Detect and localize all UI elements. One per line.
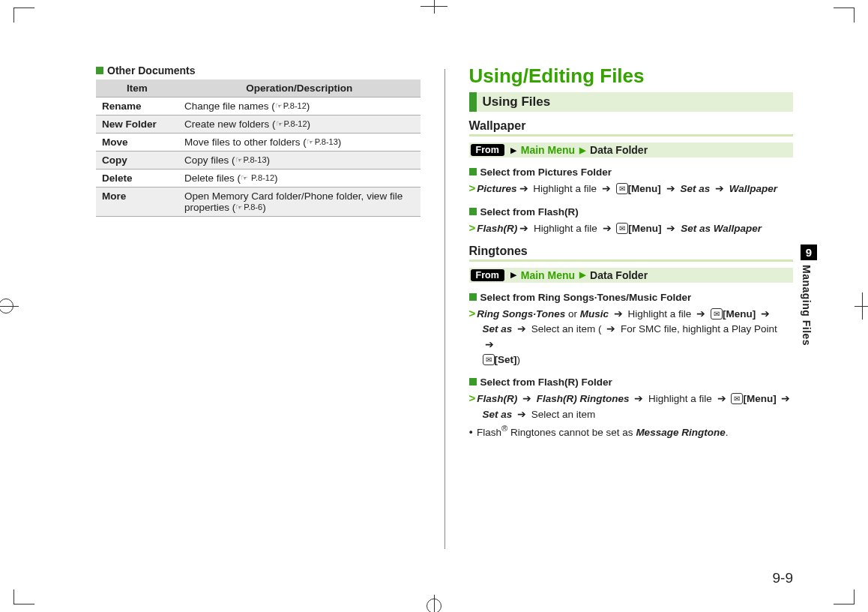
col-desc: Operation/Description — [178, 80, 421, 98]
table-row: Rename Change file names (P.8-12) — [96, 98, 421, 116]
square-bullet-icon — [96, 67, 103, 74]
crop-mark-br — [834, 590, 855, 604]
page-ref-icon: P.8-12 — [275, 101, 307, 111]
cell-desc: Create new folders (P.8-12) — [178, 116, 421, 134]
cell-desc: Copy files (P.8-13) — [178, 152, 421, 170]
instruction-block: Select from Pictures Folder >Pictures➔ H… — [469, 165, 794, 197]
column-divider — [444, 69, 445, 549]
square-bullet-icon — [469, 378, 477, 386]
right-column: Using/Editing Files Using Files Wallpape… — [469, 64, 794, 525]
from-badge: From — [471, 269, 504, 281]
table-row: Move Move files to other folders (P.8-13… — [96, 134, 421, 152]
operations-table: Item Operation/Description Rename Change… — [96, 80, 421, 217]
square-bullet-icon — [469, 293, 477, 301]
page-ref-icon: P.8-12 — [276, 119, 307, 129]
section-band: Using Files — [469, 92, 794, 112]
crop-mark-tr — [834, 8, 855, 22]
reg-mark-top — [421, 0, 447, 14]
wallpaper-heading: Wallpaper — [469, 119, 794, 136]
cell-item: Rename — [96, 98, 178, 116]
chevron-icon: > — [469, 392, 476, 404]
from-path: From▶ Main Menu▶ Data Folder — [469, 268, 794, 283]
triangle-icon: ▶ — [579, 270, 585, 280]
instruction-block: Select from Flash(R) >Flash(R)➔ Highligh… — [469, 205, 794, 237]
page-ref-icon: P.8-13 — [235, 155, 267, 165]
data-folder-label: Data Folder — [590, 144, 648, 156]
section-label: Other Documents — [96, 64, 421, 76]
cell-item: More — [96, 188, 178, 217]
cell-item: Copy — [96, 152, 178, 170]
page-title: Using/Editing Files — [469, 64, 794, 88]
cell-desc: Move files to other folders (P.8-13) — [178, 134, 421, 152]
cell-desc: Open Memory Card folder/Phone folder, vi… — [178, 188, 421, 217]
page-number: 9-9 — [773, 570, 793, 586]
chapter-tab: 9 Managing Files — [801, 244, 817, 346]
reg-mark-right — [855, 292, 868, 320]
cell-item: Delete — [96, 170, 178, 188]
from-badge: From — [471, 144, 504, 156]
crop-mark-bl — [13, 590, 34, 604]
triangle-icon: ▶ — [510, 270, 516, 280]
mail-key-icon: ✉ — [711, 308, 723, 320]
chevron-icon: > — [469, 307, 476, 320]
ringtones-heading: Ringtones — [469, 244, 794, 262]
cell-desc: Delete files ( P.8-12) — [178, 170, 421, 188]
cell-item: New Folder — [96, 116, 178, 134]
table-row: New Folder Create new folders (P.8-12) — [96, 116, 421, 134]
table-row: More Open Memory Card folder/Phone folde… — [96, 188, 421, 217]
page-content: Other Documents Item Operation/Descripti… — [0, 0, 868, 555]
page-ref-icon: P.8-13 — [307, 137, 338, 147]
page-ref-icon: P.8-12 — [241, 173, 274, 183]
note-bullet: Flash® Ringtones cannot be set as Messag… — [469, 422, 794, 440]
cell-item: Move — [96, 134, 178, 152]
instruction-block: Select from Flash(R) Folder >Flash(R) ➔ … — [469, 375, 794, 440]
chevron-icon: > — [469, 182, 476, 194]
from-path: From▶ Main Menu▶ Data Folder — [469, 142, 794, 158]
mail-key-icon: ✉ — [616, 183, 628, 194]
mail-key-icon: ✉ — [616, 223, 628, 234]
square-bullet-icon — [469, 208, 477, 215]
main-menu-label: Main Menu — [521, 144, 575, 156]
table-row: Copy Copy files (P.8-13) — [96, 152, 421, 170]
square-bullet-icon — [469, 168, 477, 176]
triangle-icon: ▶ — [579, 146, 585, 155]
crop-mark-tl — [13, 8, 34, 22]
left-column: Other Documents Item Operation/Descripti… — [96, 64, 421, 525]
other-documents-label: Other Documents — [107, 64, 195, 76]
chapter-label: Managing Files — [801, 265, 813, 346]
table-row: Delete Delete files ( P.8-12) — [96, 170, 421, 188]
page-ref-icon: P.8-6 — [235, 202, 262, 212]
mail-key-icon: ✉ — [483, 354, 495, 365]
reg-mark-bottom — [427, 598, 441, 612]
chevron-icon: > — [469, 221, 476, 234]
chapter-number: 9 — [801, 244, 817, 260]
main-menu-label: Main Menu — [521, 269, 575, 281]
cell-desc: Change file names (P.8-12) — [178, 98, 421, 116]
data-folder-label: Data Folder — [590, 269, 648, 281]
col-item: Item — [96, 80, 178, 98]
triangle-icon: ▶ — [510, 146, 516, 155]
instruction-block: Select from Ring Songs·Tones/Music Folde… — [469, 290, 794, 368]
mail-key-icon: ✉ — [731, 393, 743, 404]
